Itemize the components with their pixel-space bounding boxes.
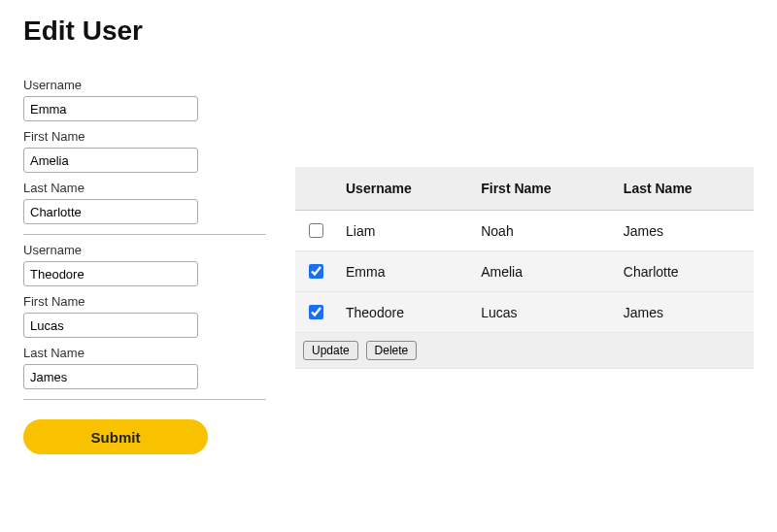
cell-username: Liam xyxy=(336,211,471,251)
firstname-label: First Name xyxy=(23,294,266,309)
cell-lastname: Charlotte xyxy=(614,251,754,292)
firstname-label: First Name xyxy=(23,129,266,144)
table-row: Theodore Lucas James xyxy=(295,292,754,333)
edit-form: Username First Name Last Name Username F… xyxy=(23,70,266,454)
table-action-row: Update Delete xyxy=(295,333,754,369)
lastname-label: Last Name xyxy=(23,181,266,195)
cell-firstname: Noah xyxy=(471,211,614,251)
firstname-input[interactable] xyxy=(23,148,198,173)
username-label: Username xyxy=(23,78,266,92)
username-input[interactable] xyxy=(23,261,198,286)
row-checkbox[interactable] xyxy=(309,305,323,319)
table-row: Liam Noah James xyxy=(295,211,754,251)
username-label: Username xyxy=(23,243,266,257)
lastname-input[interactable] xyxy=(23,364,198,389)
cell-firstname: Lucas xyxy=(471,292,614,333)
username-input[interactable] xyxy=(23,96,198,121)
col-lastname: Last Name xyxy=(614,167,754,211)
cell-firstname: Amelia xyxy=(471,251,614,292)
users-table: Username First Name Last Name Liam Noah … xyxy=(295,167,754,369)
form-group-1: Username First Name Last Name xyxy=(23,243,266,400)
cell-username: Theodore xyxy=(336,292,471,333)
col-firstname: First Name xyxy=(471,167,614,211)
table-row: Emma Amelia Charlotte xyxy=(295,251,754,292)
form-group-0: Username First Name Last Name xyxy=(23,78,266,235)
col-username: Username xyxy=(336,167,471,211)
update-button[interactable]: Update xyxy=(303,341,358,360)
firstname-input[interactable] xyxy=(23,313,198,338)
lastname-input[interactable] xyxy=(23,199,198,224)
submit-button[interactable]: Submit xyxy=(23,419,208,454)
page-title: Edit User xyxy=(23,16,754,47)
cell-lastname: James xyxy=(614,292,754,333)
cell-username: Emma xyxy=(336,251,471,292)
col-checkbox xyxy=(295,167,336,211)
users-table-container: Username First Name Last Name Liam Noah … xyxy=(295,167,754,369)
row-checkbox[interactable] xyxy=(309,223,323,238)
delete-button[interactable]: Delete xyxy=(366,341,418,360)
cell-lastname: James xyxy=(614,211,754,251)
row-checkbox[interactable] xyxy=(309,264,323,279)
lastname-label: Last Name xyxy=(23,346,266,360)
